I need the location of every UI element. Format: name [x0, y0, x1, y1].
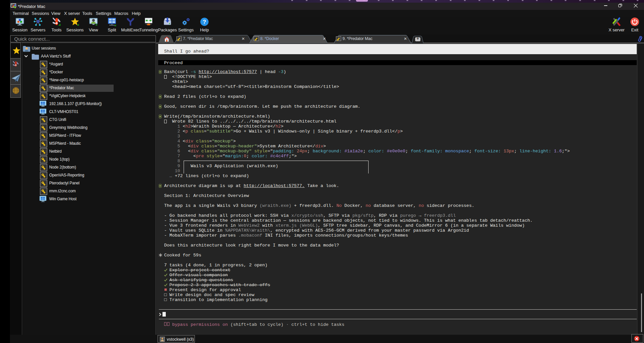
- svg-text:?: ?: [203, 19, 206, 25]
